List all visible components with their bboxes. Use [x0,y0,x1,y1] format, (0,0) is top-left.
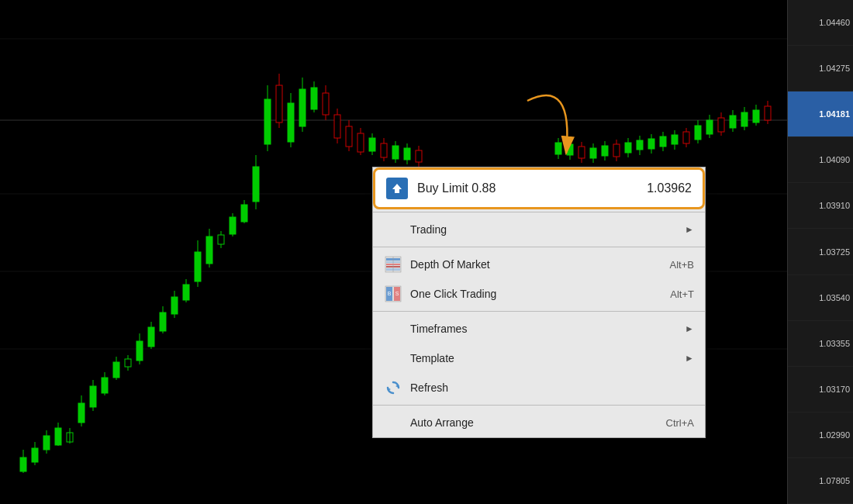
svg-rect-31 [160,312,166,331]
menu-item-trading-label: Trading [410,223,677,236]
trading-submenu-arrow: ► [685,224,694,235]
svg-rect-59 [323,93,329,115]
svg-rect-51 [276,85,282,123]
svg-rect-27 [136,341,143,361]
svg-rect-113 [765,106,771,120]
svg-rect-107 [730,116,736,128]
menu-item-auto-arrange[interactable]: Auto Arrange Ctrl+A [373,408,705,437]
price-label: 1.07805 [788,458,853,504]
price-label: 1.04090 [788,137,853,183]
svg-rect-53 [288,103,294,142]
svg-rect-41 [218,235,224,244]
buy-limit-label: Buy Limit 0.88 [417,181,637,195]
svg-rect-85 [602,146,608,156]
svg-rect-49 [264,99,271,144]
menu-separator [373,212,705,212]
svg-rect-87 [613,144,620,157]
svg-rect-33 [171,297,178,314]
svg-rect-19 [90,386,96,407]
svg-rect-65 [357,133,364,152]
svg-rect-103 [706,120,713,134]
auto-arrange-icon-placeholder [384,413,402,432]
svg-rect-91 [637,140,643,150]
trading-icon-placeholder [384,220,402,239]
svg-rect-93 [648,139,654,149]
menu-item-timeframes[interactable]: Timeframes ► [373,314,705,343]
menu-item-timeframes-label: Timeframes [410,323,677,335]
svg-rect-23 [113,362,119,378]
svg-rect-109 [741,112,748,126]
svg-rect-111 [753,110,759,123]
svg-rect-57 [311,88,317,109]
menu-item-auto-arrange-label: Auto Arrange [410,416,658,429]
context-menu: Buy Limit 0.88 1.03962 Trading ► Depth O [372,167,706,438]
buy-limit-header[interactable]: Buy Limit 0.88 1.03962 [373,167,705,209]
price-label-current: 1.04181 [788,91,853,137]
menu-separator [373,247,705,247]
menu-item-trading[interactable]: Trading ► [373,215,705,244]
svg-rect-37 [195,252,201,281]
menu-item-one-click-trading[interactable]: B S One Click Trading Alt+T [373,279,705,309]
price-label: 1.03725 [788,229,853,274]
price-label: 1.02990 [788,413,853,458]
price-axis: 1.04460 1.04275 1.04181 1.04090 1.03910 … [787,0,853,504]
menu-item-oct-label: One Click Trading [410,288,662,300]
svg-rect-99 [683,132,689,143]
svg-rect-39 [206,236,212,264]
svg-rect-73 [404,148,410,160]
template-submenu-arrow: ► [685,353,694,364]
svg-rect-17 [78,403,85,423]
svg-rect-81 [578,147,585,158]
svg-rect-25 [125,359,131,367]
one-click-trading-icon: B S [384,285,402,303]
svg-rect-9 [32,448,38,462]
template-icon-placeholder [384,349,402,368]
menu-item-template[interactable]: Template ► [373,343,705,373]
svg-rect-61 [334,115,340,138]
svg-rect-67 [369,138,375,151]
timeframes-submenu-arrow: ► [685,323,694,334]
svg-rect-11 [43,436,50,450]
svg-rect-79 [567,144,573,155]
menu-item-refresh[interactable]: Refresh [373,373,705,402]
price-label: 1.04460 [788,0,853,46]
svg-rect-95 [660,136,666,147]
refresh-icon [384,378,402,397]
depth-of-market-icon [384,255,402,274]
svg-rect-75 [416,150,422,162]
svg-rect-55 [299,89,306,126]
svg-rect-21 [102,378,108,393]
buy-up-arrow-icon [386,178,408,199]
price-label: 1.03910 [788,183,853,229]
menu-item-dom-label: Depth Of Market [410,258,662,271]
svg-rect-97 [672,135,678,144]
svg-rect-45 [241,205,247,222]
svg-rect-101 [695,126,701,140]
menu-separator [373,311,705,312]
menu-separator [373,405,705,406]
svg-rect-7 [20,457,26,471]
svg-text:S: S [395,291,399,296]
menu-item-oct-shortcut: Alt+T [670,288,694,300]
svg-rect-71 [392,146,399,159]
menu-item-auto-arrange-shortcut: Ctrl+A [666,417,694,429]
price-label: 1.04275 [788,46,853,91]
menu-item-refresh-label: Refresh [410,381,694,394]
svg-rect-89 [625,143,631,153]
menu-item-depth-of-market[interactable]: Depth Of Market Alt+B [373,250,705,279]
svg-rect-77 [555,143,561,154]
svg-rect-35 [183,285,189,300]
price-label: 1.03355 [788,321,853,367]
svg-rect-43 [230,217,236,234]
price-label: 1.03170 [788,367,853,413]
menu-item-template-label: Template [410,352,677,364]
svg-rect-13 [55,428,61,445]
svg-rect-105 [718,118,724,132]
svg-rect-83 [590,148,596,158]
svg-rect-29 [148,327,154,347]
svg-rect-69 [381,143,387,157]
buy-limit-price: 1.03962 [647,181,692,195]
timeframes-icon-placeholder [384,319,402,338]
svg-text:B: B [388,291,392,296]
svg-rect-47 [253,167,259,202]
